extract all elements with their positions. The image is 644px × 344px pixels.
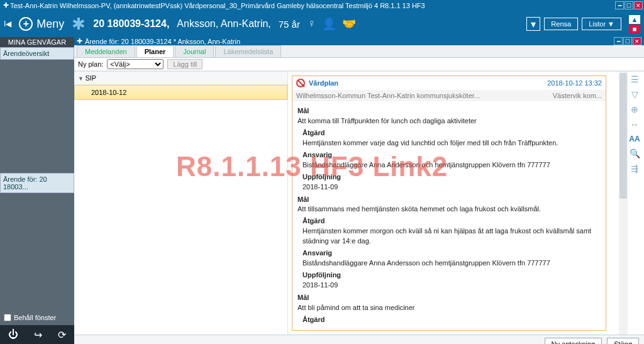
- footer-buttons: Ny anteckning Stäng Godkänn plan Skriv u…: [74, 335, 644, 344]
- tab-plans[interactable]: Planer: [136, 45, 174, 57]
- sidebar-item-overview[interactable]: Ärendeöversikt: [0, 47, 74, 60]
- label-followup: Uppföljning: [303, 172, 601, 182]
- label-responsible2: Ansvarig: [303, 248, 601, 258]
- label-action3: Åtgärd: [303, 315, 601, 325]
- user-badge-icon[interactable]: ▲: [629, 15, 640, 24]
- content-area: SIP 2018-10-12 Vårdplan 2018-10-12 13:32…: [74, 71, 644, 335]
- menu-label: Meny: [36, 18, 64, 31]
- goal1-action: Hemtjänsten kommer varje dag vid lunchti…: [303, 138, 601, 148]
- flag-icon[interactable]: ⇶: [631, 164, 638, 174]
- label-goal: Mål: [297, 106, 601, 116]
- user-card-icon[interactable]: ■: [629, 25, 640, 33]
- clear-button[interactable]: Rensa: [544, 18, 578, 30]
- main-menu[interactable]: + Meny: [19, 17, 64, 31]
- top-bar: I◀ + Meny ✱ 20 180039-3124, Anksson, Ann…: [0, 11, 644, 37]
- case-maximize[interactable]: ☐: [623, 37, 632, 45]
- keep-window-input[interactable]: [4, 314, 11, 321]
- person-icon[interactable]: 👤: [322, 17, 336, 31]
- lists-button[interactable]: Listor ▼: [582, 18, 621, 30]
- sidebar-header: MINA GENVÄGAR: [0, 37, 74, 47]
- new-plan-row: Ny plan: <Välj> Lägg till: [74, 58, 644, 71]
- close-button[interactable]: Stäng: [607, 338, 639, 344]
- goal2-followup: 2018-11-09: [303, 280, 601, 291]
- goal2-action: Hemtjänsten kommer morgon och kväll så n…: [303, 226, 601, 247]
- case-minimize[interactable]: ━: [614, 37, 623, 45]
- dropdown-toggle[interactable]: ▾: [526, 17, 540, 31]
- case-header: ✚ Ärende för: 20 180039-3124 * Anksson, …: [74, 37, 644, 45]
- scrollbar-thumb[interactable]: [619, 73, 627, 199]
- keep-window-checkbox[interactable]: Behåll fönster: [0, 310, 74, 325]
- window-minimize[interactable]: ━: [615, 1, 624, 9]
- resize-icon[interactable]: ↔: [630, 119, 639, 130]
- sidebar-open-case[interactable]: Ärende för: 20 18003...: [0, 173, 74, 193]
- list-icon[interactable]: ☰: [631, 74, 639, 84]
- window-close[interactable]: ✕: [634, 1, 643, 9]
- power-icon[interactable]: ⏻: [8, 329, 18, 340]
- vertical-scrollbar[interactable]: [619, 72, 628, 335]
- new-plan-select[interactable]: <Välj>: [107, 59, 164, 69]
- plus-icon: +: [19, 17, 33, 31]
- goal2-responsible: Biståndshandläggare Anna Andersson och h…: [303, 258, 601, 269]
- goal1-text: Att komma till Träffpunkten för lunch oc…: [297, 116, 601, 126]
- search-icon[interactable]: 🔍: [630, 148, 640, 158]
- plan-detail-card: Vårdplan 2018-10-12 13:32 Wilhelmsson-Ko…: [292, 75, 606, 331]
- label-action: Åtgärd: [303, 128, 601, 138]
- new-note-button[interactable]: Ny anteckning: [545, 338, 602, 344]
- right-tool-strip: ☰ ▽ ⊕ ↔ AA 🔍 ⇶: [628, 74, 641, 174]
- label-responsible: Ansvarig: [303, 150, 601, 160]
- label-action2: Åtgärd: [303, 216, 601, 226]
- label-followup2: Uppföljning: [303, 270, 601, 280]
- detail-body: Mål Att komma till Träffpunkten för lunc…: [292, 101, 606, 330]
- logout-icon[interactable]: ↪: [34, 329, 42, 341]
- sidebar-bottom-toolbar: ⏻ ↪ ⟳: [0, 325, 74, 344]
- add-plan-button[interactable]: Lägg till: [167, 59, 203, 69]
- label-goal3: Mål: [297, 293, 601, 303]
- main-area: ✚ Ärende för: 20 180039-3124 * Anksson, …: [74, 37, 644, 344]
- case-title: Ärende för: 20 180039-3124 * Anksson, An…: [85, 38, 240, 45]
- collapse-icon[interactable]: I◀: [4, 19, 11, 28]
- tab-journal[interactable]: Journal: [175, 45, 214, 57]
- window-title: Test-Ann-Katrin Wilhelmsson-PV, (annkatr…: [10, 2, 615, 9]
- app-icon: ✚: [1, 1, 10, 9]
- plan-tree: SIP 2018-10-12: [74, 72, 288, 335]
- tab-bar: Meddelanden Planer Journal Läkemedelslis…: [74, 45, 644, 58]
- left-sidebar: MINA GENVÄGAR Ärendeöversikt Ärende för:…: [0, 37, 74, 344]
- tree-group-sip[interactable]: SIP: [74, 72, 287, 85]
- goal1-responsible: Biståndshandläggare Anna Andersson och h…: [303, 160, 601, 170]
- label-goal2: Mål: [297, 195, 601, 205]
- window-titlebar: ✚ Test-Ann-Katrin Wilhelmsson-PV, (annka…: [0, 0, 644, 11]
- window-maximize[interactable]: ☐: [625, 1, 633, 9]
- refresh-icon[interactable]: ⟳: [58, 329, 66, 341]
- female-icon: ♀: [308, 17, 316, 31]
- goal2-text: Att tillsammans med hemtjänsten sköta he…: [297, 204, 601, 214]
- restricted-icon: [296, 79, 305, 87]
- goal3-text: Att bli påmind om att ta sina mediciner: [297, 303, 601, 313]
- goal1-followup: 2018-11-09: [303, 182, 601, 192]
- case-close[interactable]: ✕: [633, 37, 641, 45]
- tree-leaf-date[interactable]: 2018-10-12: [74, 85, 287, 100]
- patient-age: 75 år: [279, 19, 300, 30]
- keep-window-label: Behåll fönster: [14, 314, 56, 321]
- case-icon: ✚: [77, 37, 82, 45]
- new-plan-label: Ny plan:: [78, 60, 103, 68]
- font-icon[interactable]: AA: [629, 135, 640, 143]
- patient-name: Anksson, Ann-Katrin,: [177, 18, 270, 30]
- handshake-icon[interactable]: 🤝: [342, 17, 356, 31]
- detail-title: Vårdplan: [309, 79, 338, 87]
- detail-panel: Vårdplan 2018-10-12 13:32 Wilhelmsson-Ko…: [288, 72, 644, 335]
- filter-icon[interactable]: ▽: [631, 89, 638, 99]
- detail-unit: Västervik kom...: [553, 92, 602, 99]
- tab-messages[interactable]: Meddelanden: [77, 45, 135, 57]
- star-of-life-icon: ✱: [72, 14, 86, 34]
- detail-author: Wilhelmsson-Kommun Test-Ann-Katrin kommu…: [296, 92, 480, 99]
- tab-medlist: Läkemedelslista: [215, 45, 281, 57]
- target-icon[interactable]: ⊕: [631, 104, 638, 114]
- patient-id: 20 180039-3124,: [93, 18, 169, 30]
- detail-datetime: 2018-10-12 13:32: [547, 79, 602, 87]
